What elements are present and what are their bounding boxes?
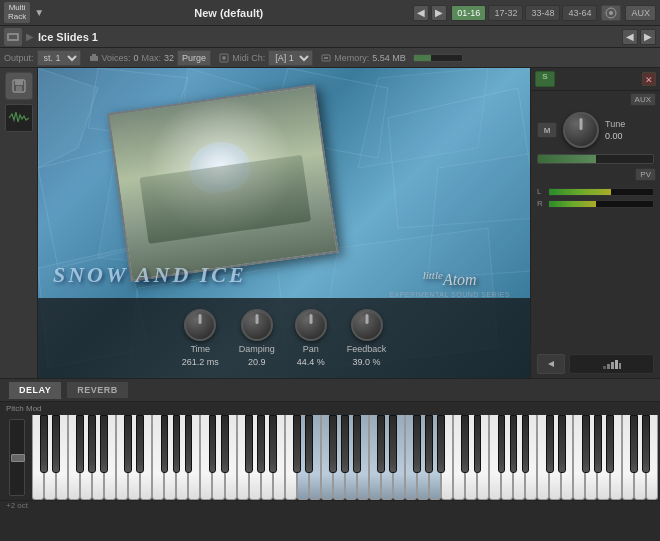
black-key[interactable] xyxy=(209,415,217,473)
black-key[interactable] xyxy=(413,415,421,473)
tab-reverb[interactable]: REVERB xyxy=(66,381,129,399)
black-key[interactable] xyxy=(329,415,337,473)
segment-group: 01-16 17-32 33-48 43-64 xyxy=(451,5,597,21)
time-label: Time xyxy=(190,344,210,354)
side-panel xyxy=(0,68,38,378)
preset-nav-right[interactable]: ▶ xyxy=(431,5,447,21)
tune-knob-area: M Tune 0.00 xyxy=(531,108,660,152)
octave-label: +2 oct xyxy=(6,501,28,510)
black-key[interactable] xyxy=(594,415,602,473)
black-key[interactable] xyxy=(546,415,554,473)
black-key[interactable] xyxy=(161,415,169,473)
black-key[interactable] xyxy=(245,415,253,473)
black-key[interactable] xyxy=(305,415,313,473)
svg-rect-26 xyxy=(603,366,606,369)
black-key[interactable] xyxy=(341,415,349,473)
damping-knob[interactable] xyxy=(241,309,273,341)
midi-select[interactable]: [A] 1 xyxy=(268,50,313,66)
black-key[interactable] xyxy=(522,415,530,473)
black-key[interactable] xyxy=(76,415,84,473)
output-select[interactable]: st. 1 xyxy=(37,50,81,66)
memory-icon xyxy=(321,53,331,63)
svg-rect-30 xyxy=(619,363,621,369)
segment-33-48[interactable]: 33-48 xyxy=(525,5,560,21)
black-key[interactable] xyxy=(173,415,181,473)
segment-01-16[interactable]: 01-16 xyxy=(451,5,486,21)
arrow-expand: ▶ xyxy=(26,31,34,42)
bottom-bar: +2 oct xyxy=(0,500,660,510)
black-key[interactable] xyxy=(353,415,361,473)
black-key[interactable] xyxy=(293,415,301,473)
m-button[interactable]: M xyxy=(537,122,557,138)
black-key[interactable] xyxy=(88,415,96,473)
close-button[interactable]: ✕ xyxy=(642,72,656,86)
black-key[interactable] xyxy=(257,415,265,473)
black-key[interactable] xyxy=(136,415,144,473)
black-key[interactable] xyxy=(461,415,469,473)
pitch-slider-handle xyxy=(11,454,25,462)
black-key[interactable] xyxy=(269,415,277,473)
black-key[interactable] xyxy=(582,415,590,473)
logo-text: littleAtom xyxy=(389,269,510,289)
photo-overlay xyxy=(107,84,339,282)
tune-bar xyxy=(537,154,654,164)
svg-rect-12 xyxy=(16,86,22,91)
preset-nav-left[interactable]: ◀ xyxy=(413,5,429,21)
pitch-mod-label: Pitch Mod xyxy=(0,402,660,415)
black-key[interactable] xyxy=(642,415,650,473)
dropdown-arrow[interactable]: ▼ xyxy=(34,7,44,18)
tune-knob[interactable] xyxy=(563,112,599,148)
black-key[interactable] xyxy=(425,415,433,473)
black-key[interactable] xyxy=(630,415,638,473)
pan-value: 44.4 % xyxy=(297,357,325,367)
output-group: Output: st. 1 xyxy=(4,50,81,66)
effect-feedback: Feedback 39.0 % xyxy=(347,309,387,367)
arrow-left[interactable] xyxy=(537,354,565,374)
voices-label: Voices: xyxy=(102,53,131,63)
black-key[interactable] xyxy=(389,415,397,473)
black-key[interactable] xyxy=(498,415,506,473)
black-key[interactable] xyxy=(437,415,445,473)
multi-rack-label: Multi Rack xyxy=(4,2,30,24)
black-key[interactable] xyxy=(377,415,385,473)
black-key[interactable] xyxy=(510,415,518,473)
purge-button[interactable]: Purge xyxy=(177,50,211,66)
black-key[interactable] xyxy=(606,415,614,473)
midi-label-icon xyxy=(219,53,229,63)
svg-rect-29 xyxy=(615,360,618,369)
aux-button[interactable]: AUX xyxy=(625,5,656,21)
feedback-knob[interactable] xyxy=(351,309,383,341)
svg-rect-3 xyxy=(9,35,17,39)
time-knob[interactable] xyxy=(184,309,216,341)
black-key[interactable] xyxy=(558,415,566,473)
pitch-slider[interactable] xyxy=(9,419,25,496)
instrument-nav-left[interactable]: ◀ xyxy=(622,29,638,45)
damping-label: Damping xyxy=(239,344,275,354)
black-key[interactable] xyxy=(52,415,60,473)
voices-icon xyxy=(89,53,99,63)
feedback-value: 39.0 % xyxy=(353,357,381,367)
aux-side-button[interactable]: AUX xyxy=(630,93,656,106)
black-key[interactable] xyxy=(124,415,132,473)
voices-max-value: 32 xyxy=(164,53,174,63)
black-key[interactable] xyxy=(100,415,108,473)
tab-delay[interactable]: DELAY xyxy=(8,381,62,399)
black-key[interactable] xyxy=(40,415,48,473)
segment-43-64[interactable]: 43-64 xyxy=(562,5,597,21)
pan-knob[interactable] xyxy=(295,309,327,341)
instrument-nav-right[interactable]: ▶ xyxy=(640,29,656,45)
black-key[interactable] xyxy=(185,415,193,473)
black-key[interactable] xyxy=(474,415,482,473)
photo-inner xyxy=(109,86,336,279)
black-key[interactable] xyxy=(221,415,229,473)
pv-button[interactable]: PV xyxy=(635,168,656,181)
svg-marker-25 xyxy=(548,361,554,367)
midi-icon[interactable] xyxy=(601,5,621,21)
l-meter-bar xyxy=(548,188,654,196)
damping-value: 20.9 xyxy=(248,357,266,367)
segment-17-32[interactable]: 17-32 xyxy=(488,5,523,21)
tune-top-row: S ✕ xyxy=(531,68,660,91)
time-value: 261.2 ms xyxy=(182,357,219,367)
save-icon[interactable] xyxy=(5,72,33,100)
s-button[interactable]: S xyxy=(535,71,555,87)
